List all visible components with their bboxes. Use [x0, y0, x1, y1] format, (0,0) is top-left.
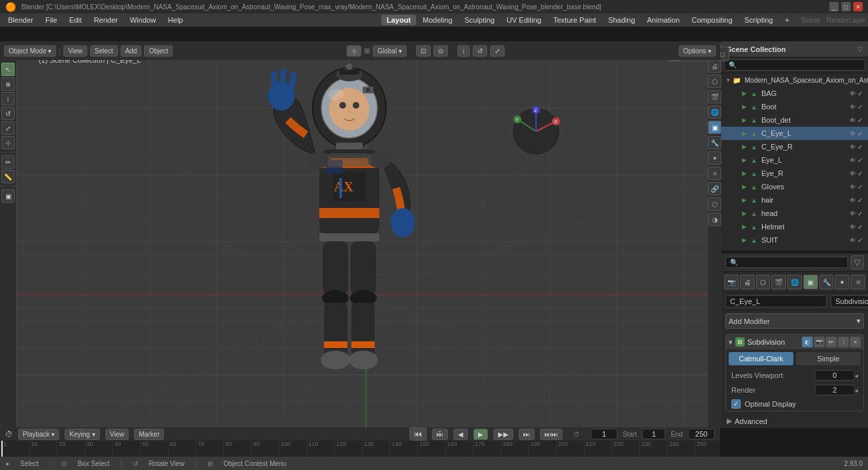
view-menu-timeline[interactable]: View [105, 429, 129, 440]
end-frame-input[interactable] [688, 429, 715, 439]
properties-search-input[interactable] [725, 257, 848, 268]
workspace-tab-compositing[interactable]: Compositing [686, 15, 737, 25]
render-level-input[interactable] [815, 385, 855, 395]
scene-item-boot-det[interactable]: ▶ ▲ Boot_det 👁✓ [721, 113, 868, 127]
start-frame-input[interactable] [642, 429, 665, 439]
scene-item-suit[interactable]: ▶ ▲ SUIT 👁✓ [721, 233, 868, 247]
render-icon-modifier[interactable]: 🔧 [819, 275, 834, 289]
modifier-expand-arrow[interactable]: ▾ [729, 338, 733, 347]
scene-item-c-eye-r[interactable]: ▶ ▲ C_Eye_R 👁✓ [721, 140, 868, 153]
menu-blender[interactable]: Blender [3, 15, 39, 25]
close-button[interactable]: × [853, 2, 863, 11]
minimize-button[interactable]: _ [829, 2, 839, 11]
render-icon-particles[interactable]: ✦ [835, 275, 849, 289]
render-icon-output[interactable]: 🖨 [740, 275, 755, 289]
workspace-tab-layout[interactable]: Layout [381, 15, 416, 25]
object-mode-dropdown[interactable]: Object Mode ▾ [4, 45, 56, 57]
select-menu[interactable]: Select [90, 45, 118, 57]
scene-item-eye-r[interactable]: ▶ ▲ Eye_R 👁✓ [721, 167, 868, 180]
scene-item-head[interactable]: ▶ ▲ head 👁✓ [721, 207, 868, 220]
catmull-clark-btn[interactable]: Catmull-Clark [729, 352, 793, 365]
select-tool-btn[interactable]: ↖ [1, 63, 15, 76]
view-layer-properties-tab[interactable]: ⬡ [708, 75, 721, 88]
playback-start-btn[interactable]: ⏮ [409, 427, 427, 441]
rotate-btn[interactable]: ↺ [473, 45, 487, 57]
cursor-tool-btn[interactable]: ⊕ [1, 77, 15, 91]
workspace-tab-shading[interactable]: Shading [603, 15, 640, 25]
scene-root-item[interactable]: ▾ 📁 Modern_NASA_Spacesuit_Axiom_on_Astro… [721, 73, 868, 87]
move-tool-btn[interactable]: ↕ [1, 92, 15, 105]
timeline-ruler[interactable]: 1102030405060708090100110120130140150160… [0, 441, 720, 457]
render-icon-world[interactable]: 🌐 [787, 275, 802, 289]
add-tool-btn[interactable]: ▣ [1, 189, 15, 203]
scene-item-boot[interactable]: ▶ ▲ Boot 👁✓ [721, 100, 868, 113]
snap-btn[interactable]: ⊡ [416, 45, 431, 57]
menu-file[interactable]: File [40, 15, 63, 25]
output-properties-tab[interactable]: 🖨 [708, 59, 721, 73]
advanced-section[interactable]: ▶ Advanced [721, 414, 868, 428]
scene-filter-btn[interactable]: ▽ [857, 45, 863, 53]
levels-viewport-decrement[interactable]: ◂ [855, 372, 858, 379]
navigation-gizmo[interactable]: X Y Z [509, 105, 563, 158]
world-properties-tab[interactable]: 🌐 [708, 105, 721, 119]
rotate-tool-btn[interactable]: ↺ [1, 107, 15, 120]
material-tab[interactable]: ◑ [708, 213, 721, 226]
render-icon-view-layer[interactable]: ⬡ [756, 275, 771, 289]
modifier-render-btn[interactable]: 📷 [814, 337, 825, 347]
modifier-menu-btn[interactable]: ⋮ [838, 337, 849, 347]
add-menu[interactable]: Add [121, 45, 142, 57]
render-icon-scene[interactable]: 🎬 [771, 275, 786, 289]
menu-window[interactable]: Window [125, 15, 161, 25]
optimal-display-checkbox[interactable]: ✓ [731, 399, 741, 409]
modifier-properties-tab[interactable]: 🔧 [708, 136, 721, 149]
view-menu[interactable]: View [63, 45, 87, 57]
properties-filter-btn[interactable]: ▽ [851, 255, 864, 269]
object-menu[interactable]: Object [144, 45, 173, 57]
marker-menu[interactable]: Marker [134, 429, 164, 440]
playback-next-frame-btn[interactable]: ▶▶ [493, 429, 513, 440]
levels-viewport-input[interactable] [815, 370, 855, 381]
scale-tool-btn[interactable]: ⤢ [1, 121, 15, 135]
render-icon-object[interactable]: ▣ [803, 275, 818, 289]
simple-btn[interactable]: Simple [796, 352, 861, 365]
modifier-realtime-btn[interactable]: ◐ [802, 337, 813, 347]
constraint-tab[interactable]: 🔗 [708, 182, 721, 195]
viewport-3d[interactable]: AX [16, 41, 736, 428]
scene-item-c-eye-l[interactable]: ▶ ▲ C_Eye_L 👁✓ [721, 127, 868, 140]
global-local-btn[interactable]: Global ▾ [373, 45, 407, 57]
transform-tool-btn[interactable]: ⊹ [1, 136, 15, 149]
playback-next-key-btn[interactable]: ⏭ [519, 429, 535, 440]
object-name-input[interactable] [725, 295, 827, 307]
add-modifier-button[interactable]: Add Modifier ▾ [725, 313, 864, 329]
workspace-add-tab[interactable]: + [779, 15, 794, 25]
maximize-button[interactable]: □ [841, 2, 851, 11]
render-level-decrement[interactable]: ◂ [855, 387, 858, 394]
workspace-tab-modeling[interactable]: Modeling [417, 15, 458, 25]
playback-end-btn[interactable]: ⏭⏭ [540, 429, 563, 440]
titlebar-controls[interactable]: _ □ × [829, 2, 863, 11]
menu-edit[interactable]: Edit [64, 15, 87, 25]
scene-properties-tab[interactable]: 🎬 [708, 90, 721, 103]
menu-render[interactable]: Render [89, 15, 123, 25]
workspace-tab-uv-editing[interactable]: UV Editing [501, 15, 547, 25]
render-icon-physics[interactable]: ⚛ [851, 275, 865, 289]
options-btn[interactable]: Options ▾ [679, 45, 716, 57]
playback-prev-frame-btn[interactable]: ◀ [453, 429, 468, 440]
modifier-remove-btn[interactable]: × [850, 337, 861, 347]
scene-item-eye-l[interactable]: ▶ ▲ Eye_L 👁✓ [721, 153, 868, 167]
scene-item-helmet[interactable]: ▶ ▲ Helmet 👁✓ [721, 220, 868, 233]
data-tab[interactable]: ⬡ [708, 197, 721, 211]
scene-search-input[interactable] [724, 59, 865, 71]
render-icon-camera[interactable]: 📷 [724, 275, 739, 289]
keying-menu[interactable]: Keying ▾ [65, 429, 99, 440]
playback-play-btn[interactable]: ▶ [473, 429, 488, 440]
playback-prev-key-btn[interactable]: ⏭̄ [432, 429, 448, 440]
workspace-tab-animation[interactable]: Animation [642, 15, 685, 25]
move-btn[interactable]: ↕ [457, 45, 470, 57]
physics-tab[interactable]: ⚛ [708, 167, 721, 180]
playback-menu[interactable]: Playback ▾ [18, 429, 59, 440]
measure-tool-btn[interactable]: 📏 [1, 170, 15, 183]
workspace-tab-scripting[interactable]: Scripting [739, 15, 779, 25]
scene-item-gloves[interactable]: ▶ ▲ Gloves 👁✓ [721, 180, 868, 193]
workspace-tab-sculpting[interactable]: Sculpting [459, 15, 500, 25]
